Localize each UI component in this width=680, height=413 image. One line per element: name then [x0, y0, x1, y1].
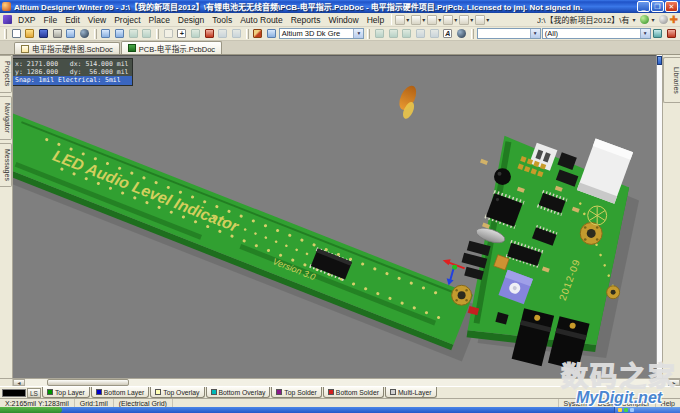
chevron-down-icon[interactable]: ▾ [640, 29, 650, 38]
board-shape-icon[interactable] [265, 28, 278, 40]
new-document-icon[interactable] [10, 28, 23, 40]
filter-select[interactable]: ▾ [477, 28, 541, 39]
sheet-dropdown-icon[interactable] [427, 15, 437, 25]
scroll-right-icon[interactable]: ► [668, 379, 680, 386]
layer-tab-top-overlay[interactable]: Top Overlay [150, 387, 204, 398]
panel-button-system[interactable]: System [558, 399, 592, 407]
toolbar-grip[interactable] [4, 29, 7, 39]
current-layer-swatch[interactable] [2, 389, 26, 397]
menu-auto-route[interactable]: Auto Route [236, 14, 287, 26]
print-icon[interactable] [51, 28, 64, 40]
view-mode-select[interactable]: Altium 3D Dk Gre ▾ [279, 28, 365, 39]
pcb-strip-section[interactable]: LED Audio Level Indicator Version 3.0 [13, 110, 473, 350]
table-dropdown-icon[interactable] [443, 15, 453, 25]
zoom-document-icon[interactable] [100, 28, 113, 40]
net-sphere-icon[interactable] [455, 28, 468, 40]
start-button[interactable] [0, 407, 62, 413]
panel-button-design-compiler[interactable]: Design Compiler [592, 399, 655, 407]
layer-tab-multi-layer[interactable]: Multi-Layer [385, 387, 437, 398]
fit-board-icon[interactable] [189, 28, 202, 40]
chevron-down-icon[interactable]: ▾ [633, 16, 636, 23]
horizontal-scrollbar[interactable]: ◄ ► [0, 378, 680, 386]
scope-select[interactable]: (All) ▾ [542, 28, 651, 39]
layer-sets-button[interactable]: LS [27, 388, 41, 398]
tray-icon[interactable] [618, 408, 622, 412]
page-dropdown-icon[interactable] [459, 15, 469, 25]
add-plus-icon[interactable]: ✚ [670, 15, 678, 24]
active-project-selector[interactable]: J:\【我的新项目2012】\有 [537, 14, 629, 25]
toolbar-grip[interactable] [471, 29, 474, 39]
menu-view[interactable]: View [84, 14, 110, 26]
panel-tab-projects[interactable]: Projects [0, 55, 12, 93]
pcb-board-3d[interactable]: LED Audio Level Indicator Version 3.0 [13, 56, 656, 378]
layer-tab-bottom-solder[interactable]: Bottom Solder [323, 387, 384, 398]
select-area-icon[interactable] [162, 28, 175, 40]
menu-place[interactable]: Place [145, 14, 174, 26]
panel-tab-navigator[interactable]: Navigator [0, 96, 12, 140]
menu-dxp[interactable]: DXP [14, 14, 39, 26]
ungroup-icon[interactable] [428, 28, 441, 40]
menu-window[interactable]: Window [324, 14, 362, 26]
toolbar-grip[interactable] [367, 29, 370, 39]
font-text-icon[interactable]: A [441, 28, 454, 40]
tab-pcbdoc[interactable]: PCB-电平指示.PcbDoc [121, 41, 222, 54]
chevron-down-icon[interactable]: ▾ [353, 29, 363, 38]
panel-button-help[interactable]: Help [655, 399, 680, 407]
scroll-up-icon[interactable] [657, 56, 662, 65]
save-document-icon[interactable] [37, 28, 50, 40]
open-document-icon[interactable] [24, 28, 37, 40]
mirror-icon[interactable] [401, 28, 414, 40]
apply-check-icon[interactable] [652, 28, 665, 40]
redo-icon[interactable] [230, 28, 243, 40]
deselect-icon[interactable] [140, 28, 153, 40]
scroll-left-icon[interactable]: ◄ [13, 379, 25, 386]
group-icon[interactable] [414, 28, 427, 40]
grid-dropdown-icon[interactable] [475, 15, 485, 25]
cursor-dropdown-icon[interactable] [395, 15, 405, 25]
layer-tab-top-solder[interactable]: Top Solder [271, 387, 322, 398]
toolbar-grip[interactable] [246, 29, 249, 39]
menu-edit[interactable]: Edit [61, 14, 84, 26]
title-bar[interactable]: Altium Designer Winter 09 - J:\【我的新项目201… [0, 0, 680, 13]
browse-sphere-icon[interactable] [78, 28, 91, 40]
panel-tab-messages[interactable]: Messages [0, 143, 12, 187]
menu-help[interactable]: Help [363, 14, 388, 26]
layer-tab-bottom-overlay[interactable]: Bottom Overlay [206, 387, 271, 398]
scrollbar-thumb[interactable] [47, 379, 129, 386]
menu-tools[interactable]: Tools [208, 14, 236, 26]
select-icon[interactable] [127, 28, 140, 40]
clear-filter-icon[interactable] [203, 28, 216, 40]
open-dropdown-icon[interactable] [411, 15, 421, 25]
print-preview-icon[interactable] [64, 28, 77, 40]
tab-schdoc[interactable]: 电平指示硬件图.SchDoc [14, 42, 120, 54]
vertical-scrollbar[interactable] [656, 55, 662, 378]
floating-3d-object[interactable] [393, 83, 423, 120]
close-button[interactable]: ✕ [665, 1, 678, 12]
toolbar-grip[interactable] [94, 29, 97, 39]
chevron-down-icon[interactable]: ▾ [652, 16, 655, 23]
move-cross-icon[interactable]: + [176, 28, 189, 40]
menu-project[interactable]: Project [110, 14, 144, 26]
rotate-icon[interactable] [387, 28, 400, 40]
cancel-cross-icon[interactable] [665, 28, 678, 40]
layer-tab-top-layer[interactable]: Top Layer [42, 387, 90, 398]
panel-tab-libraries[interactable]: Libraries [663, 57, 680, 103]
undo-icon[interactable] [216, 28, 229, 40]
menu-file[interactable]: File [39, 14, 61, 26]
minimize-button[interactable]: _ [637, 1, 650, 12]
menu-reports[interactable]: Reports [287, 14, 325, 26]
layer-tab-bottom-layer[interactable]: Bottom Layer [91, 387, 149, 398]
pcb-3d-canvas[interactable]: x: 2171.000 dx: 514.000 mil y: 1286.000 … [13, 55, 656, 378]
align-icon[interactable] [373, 28, 386, 40]
tray-icon[interactable] [630, 408, 634, 412]
electrolytic-cap[interactable] [494, 168, 511, 185]
menu-design[interactable]: Design [174, 14, 208, 26]
restore-button[interactable]: ❐ [651, 1, 664, 12]
tray-icon[interactable] [624, 408, 628, 412]
interactive-routing-icon[interactable] [252, 28, 265, 40]
scrollbar-track[interactable] [129, 379, 668, 386]
toolbar-grip[interactable] [156, 29, 159, 39]
compile-sphere-icon[interactable] [640, 15, 649, 24]
windows-taskbar[interactable] [0, 407, 680, 413]
chevron-down-icon[interactable]: ▾ [530, 29, 540, 38]
